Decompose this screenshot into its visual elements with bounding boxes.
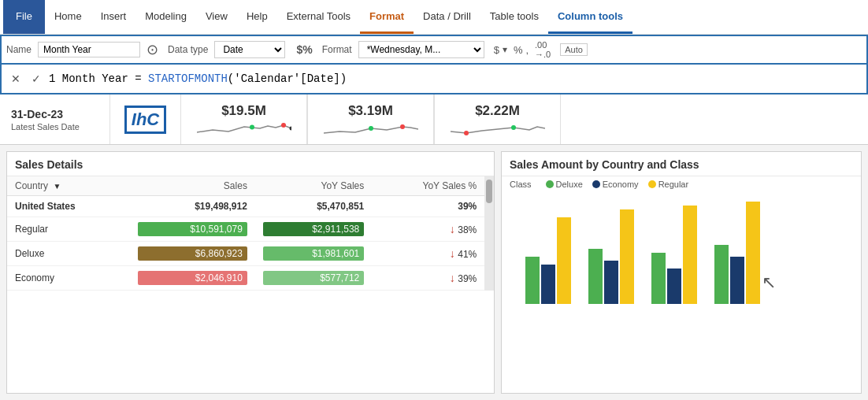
bar-deluxe-1 — [525, 257, 540, 304]
legend-deluxe: Deluxe — [546, 180, 583, 189]
col-sales[interactable]: Sales — [130, 176, 255, 196]
td-yoy-us: $5,470,851 — [255, 196, 372, 217]
bar-economy-1 — [541, 265, 555, 304]
legend-label-economy: Economy — [603, 180, 639, 189]
svg-point-1 — [281, 123, 286, 128]
svg-point-4 — [400, 124, 405, 129]
separator-1: ▾ — [503, 44, 507, 55]
name-input[interactable] — [38, 42, 140, 57]
td-yoy-economy: $577,712 — [255, 266, 372, 291]
table-row: Regular $10,591,079 $2,911,538 ↓ 38% — [7, 217, 484, 242]
bar-deluxe-4 — [714, 245, 729, 304]
comma-btn[interactable]: , — [525, 44, 529, 56]
bar-chart: ↖ — [510, 194, 853, 312]
format-label: Format — [322, 44, 352, 55]
col-yoy-sales[interactable]: YoY Sales — [255, 176, 372, 196]
menu-insert[interactable]: Insert — [91, 0, 136, 34]
col-yoy-pct[interactable]: YoY Sales % — [372, 176, 484, 196]
main-content: Sales Details Country ▼ Sales YoY Sales … — [0, 145, 868, 400]
percent-button[interactable]: % — [514, 44, 523, 56]
menu-external-tools[interactable]: External Tools — [277, 0, 360, 34]
menu-format[interactable]: Format — [360, 0, 414, 34]
menu-table-tools[interactable]: Table tools — [480, 0, 548, 34]
formula-edit-bar: ✕ ✓ 1 Month Year = STARTOFMONTH('Calenda… — [0, 65, 868, 94]
sales-table: Country ▼ Sales YoY Sales YoY Sales % Un… — [7, 176, 484, 291]
td-country-us: United States — [7, 196, 130, 217]
chart-area: ↖ — [502, 194, 861, 320]
td-sales-regular: $10,591,079 — [130, 217, 255, 242]
sort-arrow-country: ▼ — [53, 182, 61, 191]
kpi-date-value: 31-Dec-23 — [11, 108, 98, 120]
menu-view[interactable]: View — [196, 0, 237, 34]
td-yoy-deluxe: $1,981,601 — [255, 242, 372, 266]
table-row: Deluxe $6,860,923 $1,981,601 ↓ 41% — [7, 242, 484, 266]
sparkline-2 — [324, 120, 418, 136]
td-yoypct-us: 39% — [372, 196, 484, 217]
sparkline-1 — [197, 120, 291, 136]
sparkline-3 — [451, 120, 545, 136]
bar-deluxe-3 — [651, 253, 666, 304]
kpi-latest-sales: 31-Dec-23 Latest Sales Date — [0, 94, 110, 144]
kpi-logo: IhC — [110, 94, 181, 144]
scroll-bar[interactable] — [484, 176, 494, 291]
sales-details-panel: Sales Details Country ▼ Sales YoY Sales … — [6, 151, 495, 394]
sales-chart-title: Sales Amount by Country and Class — [502, 152, 861, 176]
formula-cancel-button[interactable]: ✕ — [8, 71, 24, 87]
currency-format-icon: $% — [296, 43, 312, 56]
ihc-logo-text: IhC — [124, 106, 166, 134]
legend-economy: Economy — [592, 180, 639, 189]
td-yoypct-deluxe: ↓ 41% — [372, 242, 484, 266]
bar-economy-2 — [604, 261, 618, 304]
kpi-card-1: $19.5M — [181, 94, 307, 144]
arrow-down-economy: ↓ — [450, 272, 455, 284]
legend-regular: Regular — [648, 180, 689, 189]
td-sales-us: $19,498,912 — [130, 196, 255, 217]
sales-chart-panel: Sales Amount by Country and Class Class … — [501, 151, 862, 394]
sales-details-title: Sales Details — [7, 152, 494, 176]
menu-bar: File Home Insert Modeling View Help Exte… — [0, 0, 868, 35]
kpi-card-3: $2.22M — [435, 94, 561, 144]
legend-class-label: Class — [510, 180, 532, 189]
currency-button[interactable]: $ — [494, 44, 499, 56]
formula-expression[interactable]: 1 Month Year = STARTOFMONTH('Calendar'[D… — [49, 72, 860, 85]
svg-point-5 — [511, 125, 516, 130]
bar-deluxe-2 — [588, 249, 603, 304]
td-yoy-regular: $2,911,538 — [255, 217, 372, 242]
legend-dot-deluxe — [546, 180, 554, 188]
td-yoypct-economy: ↓ 39% — [372, 266, 484, 291]
td-country-economy: Economy — [7, 266, 130, 291]
decimal-increase[interactable]: .00→.0 — [535, 40, 551, 59]
td-sales-economy: $2,046,910 — [130, 266, 255, 291]
cursor-icon: ↖ — [762, 272, 776, 292]
data-type-label: Data type — [168, 44, 208, 55]
td-sales-deluxe: $6,860,923 — [130, 242, 255, 266]
auto-button[interactable]: Auto — [560, 43, 588, 56]
data-type-icon: ⊙ — [147, 41, 158, 58]
svg-point-6 — [464, 131, 469, 135]
bar-regular-3 — [683, 206, 697, 304]
name-bar: Name ⊙ Data type Date $% Format *Wednesd… — [0, 35, 868, 65]
scroll-thumb[interactable] — [486, 180, 492, 203]
bar-regular-2 — [620, 209, 634, 304]
formula-confirm-button[interactable]: ✓ — [28, 71, 44, 87]
menu-home[interactable]: Home — [45, 0, 91, 34]
legend-dot-regular — [648, 180, 656, 188]
kpi-card-2: $3.19M — [308, 94, 434, 144]
menu-data-drill[interactable]: Data / Drill — [414, 0, 480, 34]
name-label: Name — [6, 44, 32, 55]
svg-point-0 — [250, 124, 254, 129]
legend-dot-economy — [592, 180, 600, 188]
svg-point-3 — [369, 126, 373, 131]
col-country[interactable]: Country ▼ — [7, 176, 130, 196]
legend-label-deluxe: Deluxe — [556, 180, 583, 189]
format-select[interactable]: *Wednesday, M... — [358, 41, 484, 58]
bar-regular-4 — [746, 202, 760, 304]
arrow-down-regular: ↓ — [450, 223, 455, 235]
menu-column-tools[interactable]: Column tools — [548, 0, 632, 34]
menu-file[interactable]: File — [3, 0, 45, 34]
table-row: United States $19,498,912 $5,470,851 39% — [7, 196, 484, 217]
menu-modeling[interactable]: Modeling — [135, 0, 196, 34]
kpi-date-label: Latest Sales Date — [11, 122, 98, 131]
menu-help[interactable]: Help — [237, 0, 277, 34]
data-type-select[interactable]: Date — [214, 41, 285, 58]
